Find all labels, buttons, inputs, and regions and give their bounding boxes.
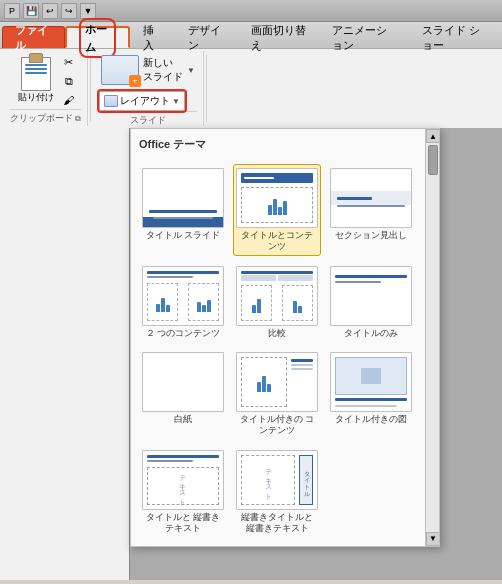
slides-group-label: スライド [99,111,197,127]
cmp-label-left [241,275,276,281]
cc-bar2 [262,376,266,392]
slide-panel [0,128,130,580]
sh-line1 [337,197,372,200]
layout-thumb-title-content [236,168,318,228]
layout-thumb-content-caption [236,352,318,412]
tc-bar4 [283,201,287,215]
clipboard-group-content: 貼り付け ✂ ⧉ 🖌 [14,53,78,109]
layout-name-title-slide: タイトル スライド [146,230,221,241]
tc2-bar5 [202,305,206,312]
pc-caption-line [335,405,397,407]
vt-vert-text: テキスト [263,464,273,496]
layout-thumb-vert-title: タイトル テキスト [236,450,318,510]
quick-access-more[interactable]: ▼ [80,3,96,19]
paste-button[interactable]: 貼り付け [14,53,58,109]
layout-item-title-vert[interactable]: テキスト タイトルと 縦書きテキスト [139,446,227,538]
cmp-title-bar [241,271,313,274]
cc-caption-line2 [291,368,313,370]
layout-thumb-title-only [330,266,412,326]
ribbon-content: 貼り付け ✂ ⧉ 🖌 クリップボード ⧉ [0,48,502,128]
copy-button[interactable]: ⧉ [60,72,78,90]
cmp-bar4 [298,306,302,313]
layout-thumb-section-header [330,168,412,228]
cmp-chart-right [293,293,302,313]
new-slide-button[interactable]: + 新しい スライド ▼ [99,53,197,87]
layout-item-section-header[interactable]: セクション見出し [327,164,415,256]
scrollbar-thumb[interactable] [428,145,438,175]
scroll-up-arrow[interactable]: ▲ [426,129,440,143]
clipboard-line-1 [25,64,47,66]
tc-mini-chart [268,195,287,215]
group-separator-2 [206,55,207,122]
new-slide-labels: 新しい スライド [143,56,183,84]
layout-thumb-picture-caption [330,352,412,412]
layout-item-title-only[interactable]: タイトルのみ [327,262,415,343]
to-title-bar2 [335,281,381,283]
group-separator-1 [90,55,91,122]
tab-home[interactable]: ホーム [65,26,131,48]
ribbon-tab-bar: ファイル ホーム 挿入 デザイン 画面切り替え アニメーション スライド ショー [0,22,502,48]
tab-design[interactable]: デザイン [175,26,238,48]
tab-animations[interactable]: アニメーション [319,26,409,48]
layout-name-content-caption: タイトル付きの コンテンツ [237,414,317,436]
format-painter-button[interactable]: 🖌 [60,91,78,109]
tc-title-bar [241,173,313,183]
undo-icon[interactable]: ↩ [42,3,58,19]
layout-item-picture-caption[interactable]: タイトル付きの図 [327,348,415,440]
cc-caption-area [291,357,313,407]
tc2-right-box [188,283,219,321]
scroll-down-arrow[interactable]: ▼ [426,532,440,546]
app-icon: P [4,3,20,19]
cc-bar1 [257,382,261,392]
slides-group: + 新しい スライド ▼ レイアウト ▼ スライド [93,51,204,126]
clipboard-lines [25,64,47,76]
tc2-title-bar [147,271,219,274]
redo-icon[interactable]: ↪ [61,3,77,19]
tab-file[interactable]: ファイル [2,26,65,48]
pc-image-area [335,357,407,395]
layout-button[interactable]: レイアウト ▼ [99,91,185,111]
tab-slideshow[interactable]: スライド ショー [409,26,502,48]
slides-group-content: + 新しい スライド ▼ レイアウト ▼ [99,53,197,111]
layout-name-section-header: セクション見出し [335,230,407,241]
tc-bar2 [273,199,277,215]
layout-grid: タイトル スライド [139,164,431,538]
cc-bar3 [267,384,271,392]
layout-item-title-content[interactable]: タイトルとコンテンツ [233,164,321,256]
save-icon[interactable]: 💾 [23,3,39,19]
tc2-bar1 [156,304,160,312]
layout-item-vert-title[interactable]: タイトル テキスト 縦書きタイトルと 縦書きテキスト [233,446,321,538]
new-slide-label: 新しい [143,56,173,70]
clipboard-expand-icon[interactable]: ⧉ [75,114,81,124]
tc-bar3 [278,207,282,215]
cmp-label-right [278,275,313,281]
tc2-title-bar2 [147,276,193,278]
layout-item-content-caption[interactable]: タイトル付きの コンテンツ [233,348,321,440]
clipboard-group-label: クリップボード ⧉ [10,109,81,125]
vt-title-text: タイトル [302,466,311,494]
workspace: Office テーマ タイトル スライド [0,128,502,580]
layout-item-title-slide[interactable]: タイトル スライド [139,164,227,256]
layout-item-two-content[interactable]: ２ つのコンテンツ [139,262,227,343]
layout-name-blank: 白紙 [174,414,192,425]
cmp-bar1 [252,305,256,313]
layout-thumb-two-content [142,266,224,326]
layout-arrow: ▼ [172,97,180,106]
layout-name-title-vert: タイトルと 縦書きテキスト [143,512,223,534]
layout-thumb-comparison [236,266,318,326]
tab-insert[interactable]: 挿入 [130,26,174,48]
title-bar: P 💾 ↩ ↪ ▼ [0,0,502,22]
layout-dropdown-title: Office テーマ [139,137,431,156]
tab-transitions[interactable]: 画面切り替え [238,26,319,48]
tv-title-bar2 [147,460,193,462]
layout-name-two-content: ２ つのコンテンツ [146,328,221,339]
cmp-left-box [241,285,272,321]
paste-icon [20,58,52,90]
clipboard-group: 貼り付け ✂ ⧉ 🖌 クリップボード ⧉ [4,51,88,126]
layout-item-blank[interactable]: 白紙 [139,348,227,440]
cut-button[interactable]: ✂ [60,53,78,71]
layout-label: レイアウト [120,94,170,108]
vt-content: テキスト [241,455,295,505]
tv-vert-text: テキスト [180,470,187,502]
layout-item-comparison[interactable]: 比較 [233,262,321,343]
